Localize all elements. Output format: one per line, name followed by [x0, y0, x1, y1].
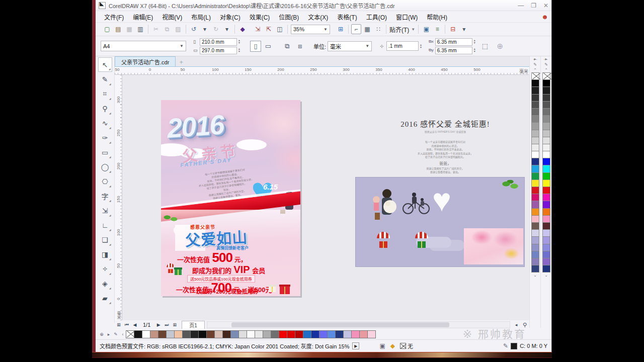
color-swatch[interactable] — [367, 330, 376, 338]
palette-eyedropper-icon[interactable]: ✎ — [533, 62, 537, 67]
palette-flyout-arrow[interactable]: ▸ — [105, 332, 112, 337]
color-swatch[interactable] — [166, 330, 175, 338]
current-page-button[interactable]: ⧈ — [294, 41, 305, 52]
color-swatch[interactable] — [531, 229, 539, 237]
color-swatch[interactable] — [531, 101, 539, 109]
rectangle-tool[interactable]: ▭ — [98, 145, 112, 159]
color-swatch[interactable] — [343, 330, 352, 338]
print-button[interactable]: ▥ — [135, 24, 145, 34]
color-swatch[interactable] — [319, 330, 328, 338]
color-swatch[interactable] — [271, 330, 279, 338]
freehand-tool[interactable]: ∿ — [98, 116, 112, 130]
menu-item[interactable]: 编辑(E) — [128, 11, 157, 23]
color-swatch[interactable] — [542, 158, 550, 165]
menu-item[interactable]: 工具(O) — [362, 11, 391, 23]
color-swatch[interactable] — [311, 330, 319, 338]
color-swatch[interactable] — [531, 265, 539, 273]
first-page-button[interactable]: ⏮ — [123, 322, 131, 328]
color-swatch[interactable] — [542, 101, 550, 109]
open-button[interactable]: ▤ — [113, 24, 123, 34]
side-text-block[interactable]: 2016 感怀父爱 全城钜惠! 感恩父亲节 FATHER'S DAY 全城钜惠 … — [370, 118, 521, 174]
menu-item[interactable]: 文件(F) — [100, 11, 128, 23]
color-swatch[interactable] — [542, 258, 550, 265]
zoom-magnifier-icon[interactable]: ⚲ — [520, 322, 529, 328]
color-swatch[interactable] — [531, 187, 539, 194]
minimize-button[interactable]: — — [518, 3, 524, 9]
vertical-ruler[interactable]: 300250200150100500 毫米 — [115, 75, 122, 320]
page-size-preset-select[interactable]: A4▼ — [101, 41, 186, 51]
color-swatch[interactable] — [542, 144, 550, 151]
nudge-distance-input[interactable]: .1 mm — [386, 41, 419, 51]
color-swatch[interactable] — [295, 330, 303, 338]
artistic-media-tool[interactable]: ✑ — [98, 130, 112, 145]
color-swatch[interactable] — [206, 330, 215, 338]
color-swatch[interactable] — [542, 194, 550, 201]
horizontal-ruler[interactable]: 50050100150200250300350400450500 毫米 — [115, 67, 529, 75]
page-tab[interactable]: 页1 — [182, 321, 205, 329]
page-width-input[interactable]: 210.0 mm — [200, 38, 237, 46]
last-page-button[interactable]: ⏭ — [163, 322, 171, 328]
toolbox-overflow-button[interactable]: ⊕ — [98, 332, 105, 337]
menu-item[interactable]: 效果(C) — [245, 11, 275, 23]
color-swatch[interactable] — [531, 108, 539, 116]
color-swatch[interactable] — [327, 330, 336, 338]
treat-as-filled-toggle[interactable]: ⬚ — [479, 41, 491, 52]
color-swatch[interactable] — [542, 122, 550, 130]
dimension-tool[interactable]: ⇲ — [98, 203, 112, 218]
color-swatch[interactable] — [531, 244, 539, 251]
color-swatch[interactable] — [542, 265, 550, 273]
color-swatch[interactable] — [279, 330, 287, 338]
application-launcher-button[interactable]: ◆ — [237, 24, 248, 34]
color-swatch[interactable] — [542, 187, 550, 194]
page-width-spinner[interactable]: ▴▾ — [238, 39, 240, 44]
zoom-tool[interactable]: ⚲ — [98, 101, 112, 116]
menu-item[interactable]: 表格(T) — [333, 11, 361, 23]
color-swatch[interactable] — [142, 330, 150, 338]
color-swatch[interactable] — [230, 330, 239, 338]
landscape-button[interactable]: ▭ — [263, 41, 274, 52]
color-swatch[interactable] — [542, 179, 550, 187]
zoom-level-select[interactable]: 35%▼ — [291, 25, 330, 34]
polygon-tool[interactable]: ⎔ — [98, 174, 112, 189]
next-page-button[interactable]: ▶ — [154, 322, 163, 327]
palette-scroll-down-button[interactable]: ⌄ — [544, 273, 548, 278]
nudge-spinner[interactable]: ▴▾ — [420, 44, 422, 49]
show-rulers-toggle[interactable]: ⌐ — [351, 24, 361, 34]
color-swatch[interactable] — [531, 172, 539, 180]
color-swatch[interactable] — [531, 130, 539, 137]
color-swatch[interactable] — [531, 122, 539, 130]
transparency-tool[interactable]: ◨ — [98, 247, 112, 261]
close-button[interactable]: ✕ — [543, 3, 548, 9]
redo-list-arrow[interactable]: ▾ — [222, 24, 232, 34]
welcome-arrow[interactable]: ▾ — [459, 24, 469, 34]
color-swatch[interactable] — [255, 330, 263, 338]
object-properties-button[interactable]: ≡ — [432, 24, 442, 34]
color-swatch[interactable] — [542, 72, 550, 80]
color-swatch[interactable] — [542, 222, 550, 230]
color-swatch[interactable] — [303, 330, 311, 338]
color-swatch[interactable] — [531, 86, 539, 94]
fullscreen-preview-button[interactable]: ⊞ — [336, 24, 346, 34]
color-swatch[interactable] — [531, 137, 539, 144]
all-pages-button[interactable]: ⧉ — [282, 41, 293, 52]
text-tool[interactable]: 字 — [98, 189, 112, 203]
color-swatch[interactable] — [531, 144, 539, 151]
color-swatch[interactable] — [542, 208, 550, 216]
color-swatch[interactable] — [542, 172, 550, 180]
poster-page[interactable]: ♥ 2016 父亲节 FATHER'S DAY 每一个父亲节都想说说属于青年们对… — [161, 100, 300, 296]
color-swatch[interactable] — [542, 137, 550, 144]
color-swatch[interactable] — [531, 222, 539, 230]
undo-list-arrow[interactable]: ▾ — [200, 24, 210, 34]
portrait-button[interactable]: ▯ — [250, 41, 261, 52]
ellipse-tool[interactable]: ◯ — [98, 159, 112, 174]
horizontal-scrollbar[interactable] — [207, 321, 510, 328]
color-swatch[interactable] — [198, 330, 207, 338]
palette-eyedropper-icon[interactable]: ✎ — [112, 332, 119, 337]
document-tab[interactable]: 父亲节活动广告.cdr — [115, 56, 176, 66]
color-swatch[interactable] — [158, 330, 167, 338]
color-swatch[interactable] — [222, 330, 231, 338]
show-guidelines-toggle[interactable]: ∷ — [373, 24, 383, 34]
color-swatch[interactable] — [531, 79, 539, 87]
color-swatch[interactable] — [150, 330, 158, 338]
drop-shadow-tool[interactable]: ❏ — [98, 232, 112, 247]
